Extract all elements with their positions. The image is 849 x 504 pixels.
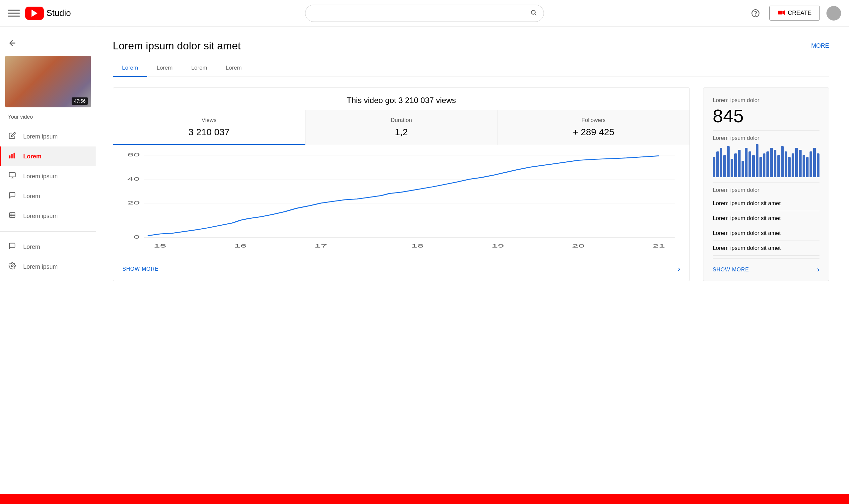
content-grid: This video got 3 210 037 views Views 3 2…: [113, 88, 829, 281]
sidebar-label-edit: Lorem ipsum: [23, 133, 58, 140]
svg-text:19: 19: [491, 243, 504, 249]
bar-chart-bar: [817, 154, 819, 177]
header-center: [101, 5, 748, 22]
svg-rect-10: [9, 173, 15, 177]
bar-chart-bar: [766, 151, 769, 177]
sidebar-item-edit[interactable]: Lorem ipsum: [0, 127, 96, 146]
back-button[interactable]: [0, 33, 96, 53]
bar-chart-bar: [727, 146, 730, 177]
bar-chart-bar: [785, 151, 787, 177]
svg-text:15: 15: [154, 243, 166, 249]
right-chevron-icon: ›: [817, 266, 819, 274]
svg-point-17: [11, 265, 13, 267]
bar-chart-bar: [734, 154, 737, 177]
header: Studio: [0, 0, 849, 26]
subtitles-icon: [8, 192, 17, 201]
line-chart: 60 40 20 0 15 16 17 18 19 20 21: [120, 152, 683, 254]
right-section-label-1: Lorem ipsum dolor: [713, 135, 819, 142]
sidebar-item-analytics[interactable]: Lorem: [0, 146, 96, 166]
svg-text:21: 21: [652, 243, 665, 249]
svg-rect-7: [9, 156, 11, 158]
tab-1[interactable]: Lorem: [147, 60, 182, 77]
sidebar-item-videos[interactable]: Lorem ipsum: [0, 166, 96, 186]
videos-icon: [8, 172, 17, 181]
metric-duration-label: Duration: [312, 117, 491, 124]
svg-rect-9: [14, 153, 15, 158]
right-stat-label: Lorem ipsum dolor: [713, 97, 819, 104]
right-show-more-label: SHOW MORE: [713, 267, 749, 273]
metric-views[interactable]: Views 3 210 037: [113, 110, 306, 145]
chevron-right-icon: ›: [678, 265, 680, 273]
stats-card: This video got 3 210 037 views Views 3 2…: [113, 88, 690, 281]
svg-rect-4: [778, 11, 783, 15]
bar-chart-bar: [810, 151, 812, 177]
svg-line-1: [535, 14, 537, 16]
create-button[interactable]: CREATE: [769, 6, 820, 20]
bar-chart-bar: [774, 150, 776, 177]
sidebar-item-settings[interactable]: Lorem ipsum: [0, 257, 96, 277]
logo-area: Studio: [25, 7, 71, 20]
main-layout: 47:56 Your video Lorem ipsum Lorem: [0, 26, 849, 494]
monetize-icon: [8, 211, 17, 221]
more-link[interactable]: MORE: [811, 42, 829, 49]
show-more-label: SHOW MORE: [122, 266, 158, 272]
create-label: CREATE: [787, 10, 812, 17]
analytics-icon: [8, 152, 17, 161]
bar-chart-bar: [806, 157, 809, 177]
bar-chart-bar: [731, 159, 733, 177]
list-item-1: Lorem ipsum dolor sit amet: [713, 211, 819, 226]
bar-chart-bar: [748, 151, 751, 177]
sidebar: 47:56 Your video Lorem ipsum Lorem: [0, 26, 96, 494]
bar-chart-bar: [720, 148, 723, 177]
svg-rect-8: [11, 154, 13, 158]
right-show-more-button[interactable]: SHOW MORE ›: [713, 258, 819, 281]
sidebar-item-subtitles[interactable]: Lorem: [0, 186, 96, 206]
bar-chart-bar: [742, 161, 744, 177]
metric-followers-value: + 289 425: [504, 127, 683, 138]
svg-text:16: 16: [234, 243, 247, 249]
sidebar-label-subtitles: Lorem: [23, 193, 40, 200]
bar-chart-bar: [792, 154, 794, 177]
bar-chart-bar: [763, 154, 766, 177]
search-button[interactable]: [530, 9, 537, 17]
bar-chart-bar: [752, 155, 755, 177]
right-divider-1: [713, 130, 819, 131]
list-item-2: Lorem ipsum dolor sit amet: [713, 226, 819, 241]
bar-chart-bar: [795, 148, 798, 177]
svg-text:60: 60: [127, 152, 140, 158]
play-icon: [32, 10, 37, 17]
metric-followers[interactable]: Followers + 289 425: [498, 110, 690, 145]
sidebar-item-comments[interactable]: Lorem: [0, 237, 96, 257]
chart-area: 60 40 20 0 15 16 17 18 19 20 21: [113, 145, 690, 258]
main-content: Lorem ipsum dolor sit amet MORE Lorem Lo…: [96, 26, 849, 494]
tab-2[interactable]: Lorem: [182, 60, 216, 77]
bar-chart-bar: [770, 148, 773, 177]
header-right: CREATE: [748, 6, 841, 20]
search-input[interactable]: [312, 10, 530, 17]
bar-chart-bar: [756, 144, 759, 177]
bar-chart-bar: [760, 157, 762, 177]
right-section-label-2: Lorem ipsum dolor: [713, 187, 819, 194]
svg-text:40: 40: [127, 176, 140, 182]
list-item-3: Lorem ipsum dolor sit amet: [713, 241, 819, 256]
bar-chart-bar: [738, 150, 741, 177]
tab-0[interactable]: Lorem: [113, 60, 147, 77]
camera-icon: [778, 9, 785, 17]
sidebar-item-monetize[interactable]: Lorem ipsum: [0, 206, 96, 226]
right-divider-2: [713, 183, 819, 183]
bar-chart: [713, 144, 819, 177]
right-stat-value: 845: [713, 105, 819, 127]
header-left: Studio: [8, 7, 101, 20]
show-more-button[interactable]: SHOW MORE ›: [113, 258, 690, 280]
right-panel: Lorem ipsum dolor 845 Lorem ipsum dolor …: [703, 88, 829, 281]
menu-icon[interactable]: [8, 7, 20, 19]
svg-text:17: 17: [315, 243, 327, 249]
avatar-button[interactable]: [827, 6, 841, 20]
bar-chart-bar: [745, 148, 747, 177]
help-button[interactable]: [748, 6, 763, 20]
tab-3[interactable]: Lorem: [216, 60, 251, 77]
studio-wordmark: Studio: [47, 8, 71, 18]
metric-duration[interactable]: Duration 1,2: [306, 110, 498, 145]
svg-text:20: 20: [127, 200, 140, 206]
sidebar-label-monetize: Lorem ipsum: [23, 213, 58, 220]
